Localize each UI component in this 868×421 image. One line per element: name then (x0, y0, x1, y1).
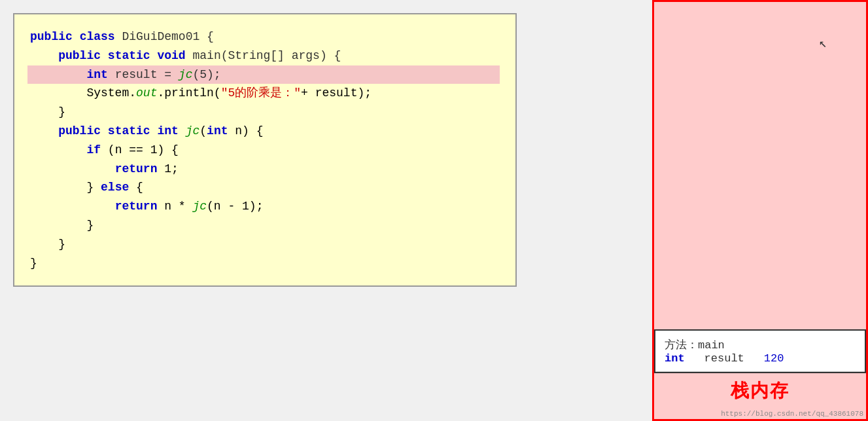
code-line-13: } (30, 254, 500, 273)
method-jc: jc (179, 68, 193, 81)
kw-return2: return (115, 200, 158, 213)
code-line-10: return n * jc(n - 1); (30, 197, 500, 216)
kw-int: int (86, 68, 107, 81)
var-name: result (704, 352, 744, 365)
code-normal: DiGuiDemo01 { (115, 30, 214, 43)
code-line-9: } else { (30, 178, 500, 197)
kw-return1: return (115, 162, 158, 175)
string-text: "5的阶乘是：" (221, 86, 301, 100)
stack-frame-title: 方法：main (665, 337, 856, 352)
code-normal2: main(String[] args) { (186, 49, 341, 62)
cursor-area: ↖ (819, 35, 827, 51)
kw-class: class (80, 30, 115, 43)
code-box: public class DiGuiDemo01 { public static… (13, 13, 517, 287)
code-line-5: } (30, 103, 500, 122)
var-type: int (665, 352, 685, 365)
kw-public3: public (58, 124, 101, 137)
kw-else: else (101, 181, 129, 194)
code-line-6: public static int jc(int n) { (30, 122, 500, 141)
code-line-11: } (30, 216, 500, 235)
kw-static: static (108, 49, 150, 62)
stack-label: 栈内存 (654, 373, 866, 409)
left-panel: public class DiGuiDemo01 { public static… (0, 0, 652, 421)
code-line-4: System.out.println("5的阶乘是："+ result); (30, 84, 500, 103)
code-line-7: if (n == 1) { (30, 141, 500, 160)
kw-void: void (157, 49, 185, 62)
stack-frame-var: int result 120 (665, 352, 856, 365)
stack-section: 方法：main int result 120 (654, 329, 866, 373)
kw-int2: int (157, 124, 178, 137)
method-jc2: jc (186, 124, 200, 137)
right-panel-top: ↖ (654, 2, 866, 329)
out-text: out (136, 86, 157, 100)
code-normal3: result = (108, 68, 179, 81)
kw-static2: static (108, 124, 150, 137)
method-jc3: jc (192, 200, 207, 213)
kw-int3: int (207, 124, 228, 137)
code-normal3b: (5); (192, 68, 220, 81)
kw-public2: public (58, 49, 101, 62)
right-panel: ↖ 方法：main int result 120 栈内存 https://blo… (652, 0, 868, 421)
stack-frame-main: 方法：main int result 120 (655, 331, 865, 372)
watermark: https://blog.csdn.net/qq_43861078 (654, 409, 866, 419)
kw-public: public (30, 30, 73, 43)
code-line-1: public class DiGuiDemo01 { (30, 27, 500, 46)
var-value: 120 (764, 352, 784, 365)
code-line-12: } (30, 235, 500, 254)
code-line-2: public static void main(String[] args) { (30, 46, 500, 65)
kw-if: if (86, 143, 101, 156)
code-line-8: return 1; (30, 160, 500, 179)
code-line-3-highlighted: int result = jc(5); (27, 65, 500, 84)
